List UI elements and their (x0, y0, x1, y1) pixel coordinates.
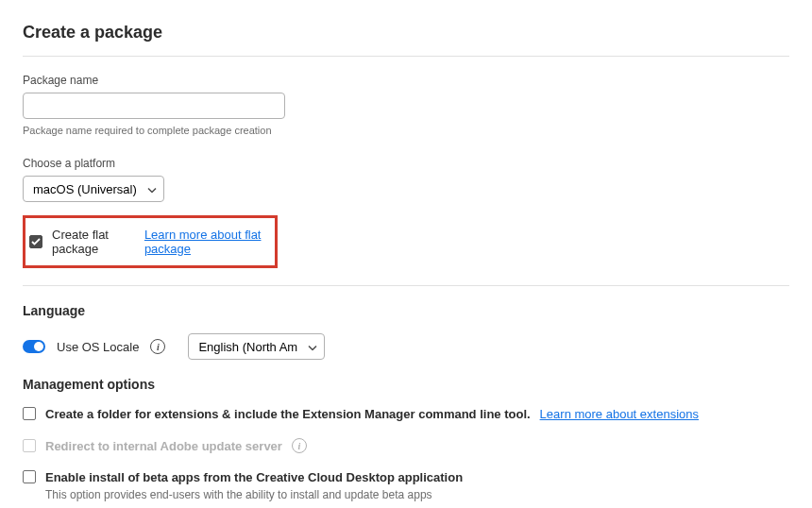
package-name-helper: Package name required to complete packag… (23, 125, 789, 136)
platform-label: Choose a platform (23, 157, 789, 170)
divider (23, 285, 789, 286)
redirect-option: Redirect to internal Adobe update server… (23, 438, 789, 453)
info-icon[interactable]: i (292, 438, 307, 453)
language-row: Use OS Locale i English (North America) (23, 333, 789, 360)
beta-checkbox[interactable] (23, 470, 36, 483)
flat-package-highlight: Create flat package Learn more about fla… (23, 215, 278, 268)
language-select[interactable]: English (North America) (188, 333, 325, 360)
extensions-link[interactable]: Learn more about extensions (540, 407, 699, 421)
use-os-locale-toggle[interactable] (23, 340, 45, 353)
management-heading: Management options (23, 377, 789, 392)
platform-field: Choose a platform macOS (Universal) (23, 157, 789, 202)
extensions-option: Create a folder for extensions & include… (23, 407, 789, 421)
package-name-label: Package name (23, 74, 789, 87)
flat-package-checkbox[interactable] (29, 235, 42, 248)
flat-package-label: Create flat package (52, 228, 129, 256)
beta-helper: This option provides end-users with the … (45, 488, 789, 501)
info-icon[interactable]: i (150, 339, 165, 354)
extensions-checkbox[interactable] (23, 407, 36, 420)
page-title: Create a package (23, 23, 789, 42)
flat-package-link[interactable]: Learn more about flat package (144, 228, 265, 256)
language-heading: Language (23, 303, 789, 318)
redirect-checkbox (23, 439, 36, 452)
beta-option: Enable install of beta apps from the Cre… (23, 470, 789, 501)
extensions-label: Create a folder for extensions & include… (45, 407, 531, 421)
beta-label: Enable install of beta apps from the Cre… (45, 470, 463, 484)
divider (23, 56, 789, 57)
use-os-locale-label: Use OS Locale (57, 340, 139, 354)
package-name-input[interactable] (23, 93, 285, 119)
platform-select[interactable]: macOS (Universal) (23, 176, 164, 202)
package-name-field: Package name Package name required to co… (23, 74, 789, 136)
redirect-label: Redirect to internal Adobe update server (45, 439, 282, 453)
